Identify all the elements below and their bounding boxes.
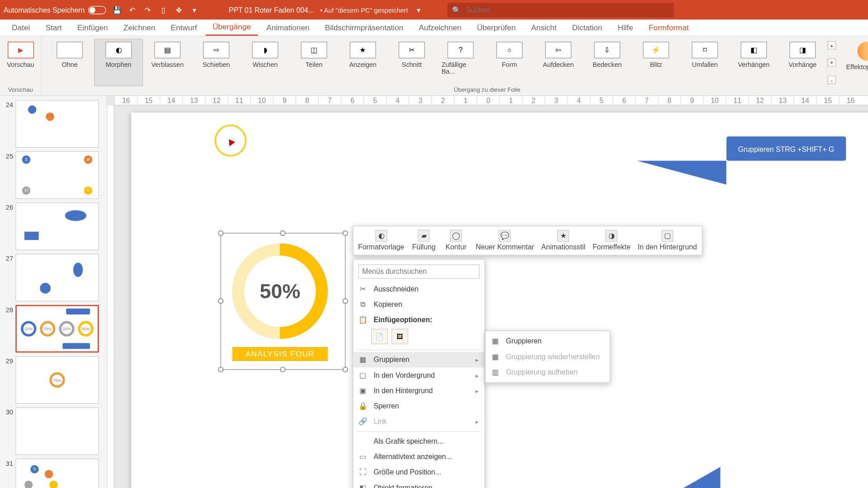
ribbon-tab-einfügen[interactable]: Einfügen	[70, 19, 115, 36]
ctx-cut[interactable]: ✂Ausschneiden	[354, 281, 485, 296]
callout-group-shortcut[interactable]: Gruppieren STRG +SHIFT+ G	[726, 136, 846, 161]
menu-search[interactable]	[358, 264, 480, 279]
slide-thumb-24[interactable]	[15, 100, 99, 147]
slide-thumbnail-pane[interactable]: 2425SWOT26272820%75%25%50%2975%3031S	[0, 96, 107, 488]
ribbon-tab-entwurf[interactable]: Entwurf	[164, 19, 204, 36]
ungroup-icon: ▥	[491, 367, 500, 377]
work-area: 2425SWOT26272820%75%25%50%2975%3031S 161…	[0, 96, 868, 488]
ctx-alt-text[interactable]: ▭Alternativtext anzeigen...	[354, 449, 485, 465]
front-icon: ▢	[358, 371, 368, 380]
ribbon-tab-formformat[interactable]: Formformat	[642, 19, 696, 36]
ribbon-tab-animationen[interactable]: Animationen	[259, 19, 316, 36]
copy-icon: ⧉	[358, 300, 368, 309]
sub-group[interactable]: ▦Gruppieren	[486, 333, 609, 349]
ctx-save-as-picture[interactable]: Als Grafik speichern...	[354, 434, 485, 449]
thumb-number: 24	[4, 100, 13, 108]
transition-bedecken[interactable]: ⇩Bedecken	[583, 39, 632, 86]
transition-zufällige ba...[interactable]: ?Zufällige Ba...	[436, 39, 485, 86]
search-field[interactable]: 🔍	[447, 3, 674, 17]
mini-formatvorlage[interactable]: ◐Formatvorlage	[354, 227, 408, 253]
save-location-hint: • Auf "diesem PC" gespeichert	[320, 6, 408, 14]
regroup-icon: ▦	[491, 352, 500, 361]
ribbon-tab-ansicht[interactable]: Ansicht	[524, 19, 564, 36]
ctx-format-object[interactable]: ◧Objekt formatieren...	[354, 480, 485, 488]
slide-thumb-25[interactable]: SWOT	[15, 151, 99, 199]
ruler-horizontal: 1615141312111098765432101234567891011121…	[114, 96, 868, 105]
mini-füllung[interactable]: ▰Füllung	[408, 227, 440, 253]
mini-kontur[interactable]: ◯Kontur	[440, 227, 472, 253]
group-label: Übergang zu dieser Folie	[45, 86, 868, 94]
document-title: PPT 01 Roter Faden 004...	[229, 6, 314, 14]
thumb-number: 27	[4, 253, 13, 262]
ctx-group[interactable]: ▦Gruppieren▸	[354, 352, 485, 367]
slide-thumb-26[interactable]	[15, 202, 99, 250]
transition-schieben[interactable]: ⇨Schieben	[192, 39, 241, 86]
slide-thumb-30[interactable]	[15, 408, 99, 455]
ribbon-tab-zeichnen[interactable]: Zeichnen	[116, 19, 162, 36]
mini-in-den-hintergrund[interactable]: ▢In den Hintergrund	[634, 227, 701, 253]
ribbon-tab-datei[interactable]: Datei	[5, 19, 38, 36]
autosave-toggle[interactable]: Automatisches Speichern	[4, 6, 106, 14]
ctx-size-position[interactable]: ⛶Größe und Position...	[354, 465, 485, 480]
link-icon: 🔗	[358, 417, 368, 427]
mini-animationsstil[interactable]: ★Animationsstil	[538, 227, 589, 253]
context-menu[interactable]: ✂Ausschneiden ⧉Kopieren 📋Einfügeoptionen…	[353, 259, 485, 488]
group-icon: ▦	[491, 337, 500, 346]
size-icon: ⛶	[358, 468, 368, 477]
ctx-copy[interactable]: ⧉Kopieren	[354, 296, 485, 312]
ctx-bring-front[interactable]: ▢In den Vordergrund▸	[354, 367, 485, 383]
touch-icon[interactable]: ✥	[174, 5, 184, 14]
transition-gallery[interactable]: Ohne◐Morphen▤Verblassen⇨Schieben◗Wischen…	[45, 39, 827, 86]
transition-form[interactable]: ○Form	[485, 39, 534, 86]
selection-outline	[221, 233, 346, 370]
transition-verhängen[interactable]: ◧Verhängen	[729, 39, 778, 86]
mini-formeffekte[interactable]: ◑Formeffekte	[589, 227, 634, 253]
ribbon-tab-start[interactable]: Start	[38, 19, 69, 36]
mini-toolbar[interactable]: ◐Formatvorlage▰Füllung◯Kontur💬Neuer Komm…	[353, 226, 702, 256]
transition-anzeigen[interactable]: ★Anzeigen	[339, 39, 387, 86]
transition-morphen[interactable]: ◐Morphen	[94, 39, 143, 86]
slide-thumb-27[interactable]	[15, 253, 99, 301]
thumb-number: 30	[4, 408, 13, 416]
ribbon-tab-übergänge[interactable]: Übergänge	[205, 19, 258, 36]
qat-more-icon[interactable]: ▾	[189, 5, 199, 14]
transition-ohne[interactable]: Ohne	[45, 39, 94, 86]
search-icon: 🔍	[452, 6, 461, 14]
transition-vorhänge[interactable]: ◨Vorhänge	[778, 39, 827, 86]
chevron-down-icon[interactable]: ▾	[414, 5, 424, 14]
slide-thumb-28[interactable]: 20%75%25%50%	[15, 305, 99, 352]
ribbon-tab-bildschirmpräsentation[interactable]: Bildschirmpräsentation	[318, 19, 410, 36]
transition-teilen[interactable]: ◫Teilen	[290, 39, 339, 86]
ribbon-tab-strip: DateiStartEinfügenZeichnenEntwurfÜbergän…	[0, 19, 868, 36]
transition-schnitt[interactable]: ✂Schnitt	[387, 39, 436, 86]
redo-icon[interactable]: ↷	[143, 5, 152, 14]
mini-neuer-kommentar[interactable]: 💬Neuer Kommentar	[472, 227, 538, 253]
group-submenu[interactable]: ▦Gruppieren ▦Gruppierung wiederherstelle…	[485, 330, 610, 383]
ribbon-tab-überprüfen[interactable]: Überprüfen	[470, 19, 523, 36]
slide-canvas[interactable]: 1615141312111098765432101234567891011121…	[107, 96, 868, 488]
ctx-link: 🔗Link▸	[354, 414, 485, 429]
transition-umfallen[interactable]: ⌑Umfallen	[680, 39, 729, 86]
search-input[interactable]	[466, 6, 669, 14]
preview-button[interactable]: ▶ Vorschau	[3, 39, 38, 71]
save-icon[interactable]: 💾	[112, 5, 122, 14]
ctx-paste-label: 📋Einfügeoptionen:	[354, 312, 485, 328]
transition-wischen[interactable]: ◗Wischen	[241, 39, 289, 86]
title-bar: Automatisches Speichern 💾 ↶ ↷ ▯ ✥ ▾ PPT …	[0, 0, 868, 19]
ribbon-tab-hilfe[interactable]: Hilfe	[611, 19, 641, 36]
slide-thumb-29[interactable]: 75%	[15, 356, 99, 404]
slide-thumb-31[interactable]: S	[15, 459, 99, 488]
from-beginning-icon[interactable]: ▯	[159, 5, 168, 14]
cut-icon: ✂	[358, 284, 368, 294]
ribbon-tab-aufzeichnen[interactable]: Aufzeichnen	[412, 19, 469, 36]
ctx-send-back[interactable]: ▣In den Hintergrund▸	[354, 383, 485, 398]
paste-options[interactable]: 📄🖼	[354, 328, 485, 348]
undo-icon[interactable]: ↶	[127, 5, 137, 14]
transition-blitz[interactable]: ⚡Blitz	[632, 39, 680, 86]
effect-options-button[interactable]: Effektoptionen	[840, 39, 868, 86]
gallery-scroll[interactable]: ▴▾⌄	[827, 39, 836, 86]
transition-verblassen[interactable]: ▤Verblassen	[143, 39, 192, 86]
transition-aufdecken[interactable]: ⇦Aufdecken	[534, 39, 583, 86]
ctx-lock[interactable]: 🔒Sperren	[354, 399, 485, 414]
ribbon-tab-dictation[interactable]: Dictation	[565, 19, 609, 36]
